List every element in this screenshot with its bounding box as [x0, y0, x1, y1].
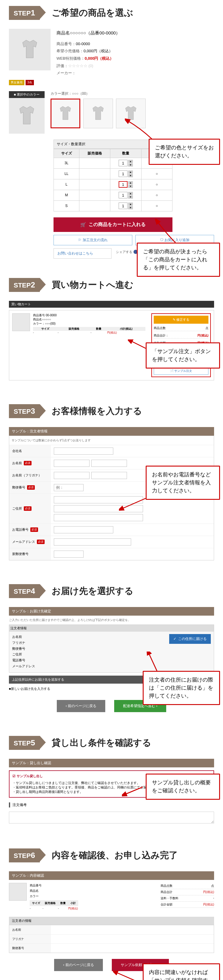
addr-input-1[interactable]	[54, 496, 143, 503]
th: サイズ	[30, 900, 43, 906]
price-cell	[79, 158, 110, 169]
qty-input[interactable]	[119, 170, 128, 177]
qty-down-button[interactable]: ▼	[128, 196, 133, 199]
callout-2-text: 「サンプル注文」ボタンを押してください。	[152, 348, 211, 362]
step-label: STEP	[14, 282, 30, 289]
arrow-icon	[113, 971, 143, 980]
email-label: メールアドレス	[12, 539, 35, 544]
retail-label: 希望小売価格：	[56, 49, 83, 53]
color-option-2[interactable]	[83, 99, 113, 128]
qty-cell: ▲▼	[110, 169, 141, 179]
info-kana: フリガナ	[12, 640, 157, 646]
add-to-cart-button[interactable]: 🛒 この商品をカートに入れる	[53, 217, 172, 232]
item-count-label: 商品点数	[154, 326, 165, 330]
step-4: STEP4 お届け先を選択する サンプル：お届け先確定 ご入力いただいた住所に届…	[0, 578, 223, 712]
size-cell: M	[54, 190, 79, 200]
product-main-image	[9, 29, 51, 70]
fix-button[interactable]: ✎ 修正する	[154, 316, 209, 324]
step-1-badge: STEP1	[9, 6, 40, 20]
product-info: 商品名○○○○○○（品番00-0000） 商品番号：00-0000 希望小売価格…	[56, 29, 214, 77]
kana-label: お名前（フリガナ）	[12, 473, 42, 477]
qty-up-button[interactable]: ▲	[128, 202, 133, 206]
step-5: STEP5 貸し出し条件を確認する サンプル：貸し出し確認 ☑サンプル貸し出し …	[0, 730, 223, 825]
qty-up-button[interactable]: ▲	[128, 181, 133, 185]
th: サイズ	[33, 327, 58, 331]
cart-icon: 🛒	[80, 222, 86, 228]
qty-input[interactable]	[119, 181, 128, 188]
callout-6: 内容に間違いがなければ「サンプル依頼を確定する」を押してください。	[143, 963, 220, 980]
stock-cell: ○	[141, 169, 172, 179]
retail-price: 0,000円（税込）	[83, 49, 113, 53]
step-label: STEP	[14, 588, 30, 595]
cart-item-name: 商品名○○○○○	[33, 317, 145, 321]
kana-sei-input[interactable]	[54, 472, 90, 479]
step-5-badge: STEP5	[9, 736, 40, 750]
step-label: STEP	[14, 740, 30, 747]
c-zip: 郵便番号	[9, 944, 51, 953]
stock-cell: ○	[141, 200, 172, 211]
web-label: WEB特別価格：	[56, 56, 85, 60]
email-input[interactable]	[54, 538, 131, 546]
addr-label: ご住所	[12, 506, 22, 511]
info-name: お名前	[12, 634, 157, 640]
order-note-input[interactable]	[9, 811, 214, 824]
qty-down-button[interactable]: ▼	[128, 163, 133, 167]
process-flow-button[interactable]: ⚐ 加工注文の流れ	[53, 235, 132, 245]
qty-down-button[interactable]: ▼	[128, 206, 133, 209]
qty-down-button[interactable]: ▼	[128, 174, 133, 177]
size-row: M▲▼○	[54, 190, 172, 200]
qty-up-button[interactable]: ▲	[128, 170, 133, 174]
qty-input[interactable]	[119, 160, 128, 166]
step-label: STEP	[14, 10, 30, 17]
qty-up-button[interactable]: ▲	[128, 192, 133, 195]
step-1: STEP1 ご希望の商品を選ぶ 商品名○○○○○○（品番00-0000） 商品番…	[0, 0, 223, 254]
col-qty: 数量	[110, 149, 141, 158]
selected-color-thumb	[9, 98, 45, 134]
sample-order-label: サンプル注文	[174, 369, 192, 372]
col-size: サイズ	[54, 149, 79, 158]
step-4-badge: STEP4	[9, 584, 40, 598]
callout-1b-text: ご希望の商品が決まったら「この商品をカートに入れる」を押してください。	[143, 248, 207, 270]
favorite-label: お気に入り追加	[164, 238, 189, 242]
stock-cell: ○	[141, 190, 172, 200]
step-number: 3	[30, 407, 35, 415]
inquiry-label: お問い合わせはこちら	[58, 251, 93, 255]
color-option-3[interactable]	[116, 99, 146, 128]
name-sei-input[interactable]	[54, 460, 90, 467]
back-button[interactable]: ‹ 前のページに戻る	[54, 959, 103, 971]
color-option-1[interactable]	[51, 99, 80, 128]
check-icon: ✓	[173, 637, 176, 641]
qty-up-button[interactable]: ▲	[128, 160, 133, 163]
name-mei-input[interactable]	[91, 460, 127, 467]
deliver-here-button[interactable]: ✓この住所に届ける	[169, 634, 211, 644]
th: 数量	[91, 327, 107, 331]
deliver-note: ご入力いただいた住所に届けますのでご確認の上、よろしければ下記のボタンから確定を…	[9, 616, 214, 625]
qty-input[interactable]	[119, 202, 128, 209]
zip-input[interactable]	[54, 484, 83, 491]
inquiry-link[interactable]: お問い合わせはこちら	[53, 248, 111, 259]
form-header: サンプル：注文者情報	[9, 427, 214, 436]
step-number: 1	[30, 8, 35, 17]
deliver-btn-label: この住所に届ける	[178, 636, 207, 641]
qty-input[interactable]	[119, 192, 128, 198]
new-zip-input[interactable]	[54, 550, 83, 558]
add-to-cart-label: この商品をカートに入れる	[88, 221, 146, 228]
product-code: 00-0000	[76, 41, 90, 46]
kana-mei-input[interactable]	[91, 472, 127, 479]
size-cell: 3L	[54, 158, 79, 169]
confirm-name-label: 商品名	[30, 889, 39, 892]
size-row: S▲▼○	[54, 200, 172, 211]
r-count-label: 商品点数	[160, 884, 172, 888]
confirm-code-label: 商品番号	[30, 884, 42, 887]
confirm-cust-header: 注文者の情報	[9, 917, 214, 925]
color-count-badge: 3色	[26, 80, 34, 85]
addr-input-3[interactable]	[54, 514, 143, 521]
company-input[interactable]	[54, 447, 113, 455]
back-button[interactable]: ‹ 前のページに戻る	[57, 700, 105, 712]
tel-input[interactable]	[54, 526, 113, 533]
addr-input-2[interactable]	[54, 505, 143, 512]
required-badge: 必須	[27, 485, 35, 490]
r-grand-label: 合計金額	[160, 902, 172, 907]
cart-header: 買い物カート	[9, 301, 214, 308]
qty-down-button[interactable]: ▼	[128, 185, 133, 188]
